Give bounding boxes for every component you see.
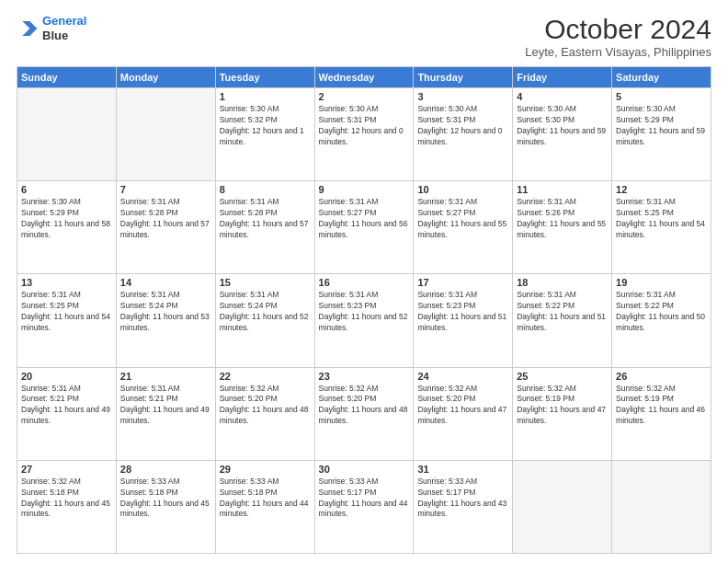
week-row-4: 20Sunrise: 5:31 AMSunset: 5:21 PMDayligh…: [17, 367, 711, 460]
cell-text: Sunrise: 5:31 AMSunset: 5:22 PMDaylight:…: [616, 290, 707, 334]
cell-text: Sunrise: 5:33 AMSunset: 5:18 PMDaylight:…: [120, 477, 211, 521]
cell-text: Sunrise: 5:31 AMSunset: 5:23 PMDaylight:…: [319, 290, 410, 334]
day-number: 14: [120, 277, 211, 288]
calendar-cell: 24Sunrise: 5:32 AMSunset: 5:20 PMDayligh…: [414, 367, 513, 460]
cell-text: Sunrise: 5:30 AMSunset: 5:32 PMDaylight:…: [220, 104, 311, 148]
day-number: 2: [319, 91, 410, 102]
cell-text: Sunrise: 5:33 AMSunset: 5:17 PMDaylight:…: [417, 477, 508, 521]
page: General Blue October 2024 Leyte, Eastern…: [0, 0, 728, 563]
location-title: Leyte, Eastern Visayas, Philippines: [525, 45, 711, 59]
calendar-cell: [513, 460, 612, 553]
cell-text: Sunrise: 5:32 AMSunset: 5:20 PMDaylight:…: [319, 384, 410, 428]
cell-text: Sunrise: 5:30 AMSunset: 5:31 PMDaylight:…: [417, 104, 508, 148]
day-number: 26: [616, 371, 707, 382]
calendar-cell: [612, 460, 711, 553]
calendar-cell: 21Sunrise: 5:31 AMSunset: 5:21 PMDayligh…: [116, 367, 215, 460]
weekday-header-monday: Monday: [116, 67, 215, 88]
cell-text: Sunrise: 5:31 AMSunset: 5:27 PMDaylight:…: [319, 197, 410, 241]
day-number: 16: [319, 277, 410, 288]
day-number: 7: [120, 184, 211, 195]
calendar-cell: 29Sunrise: 5:33 AMSunset: 5:18 PMDayligh…: [215, 460, 314, 553]
calendar-cell: 17Sunrise: 5:31 AMSunset: 5:23 PMDayligh…: [414, 274, 513, 367]
cell-text: Sunrise: 5:31 AMSunset: 5:25 PMDaylight:…: [21, 290, 112, 334]
calendar-cell: 26Sunrise: 5:32 AMSunset: 5:19 PMDayligh…: [612, 367, 711, 460]
day-number: 22: [220, 371, 311, 382]
calendar-cell: 15Sunrise: 5:31 AMSunset: 5:24 PMDayligh…: [215, 274, 314, 367]
calendar-cell: 28Sunrise: 5:33 AMSunset: 5:18 PMDayligh…: [116, 460, 215, 553]
day-number: 4: [517, 91, 608, 102]
calendar-table: SundayMondayTuesdayWednesdayThursdayFrid…: [17, 66, 711, 554]
calendar-cell: 11Sunrise: 5:31 AMSunset: 5:26 PMDayligh…: [513, 181, 612, 274]
cell-text: Sunrise: 5:31 AMSunset: 5:27 PMDaylight:…: [417, 197, 508, 241]
cell-text: Sunrise: 5:32 AMSunset: 5:20 PMDaylight:…: [417, 384, 508, 428]
cell-text: Sunrise: 5:30 AMSunset: 5:30 PMDaylight:…: [517, 104, 608, 148]
day-number: 27: [21, 464, 112, 475]
weekday-header-thursday: Thursday: [414, 67, 513, 88]
cell-text: Sunrise: 5:31 AMSunset: 5:21 PMDaylight:…: [21, 384, 112, 428]
day-number: 8: [220, 184, 311, 195]
day-number: 15: [220, 277, 311, 288]
cell-text: Sunrise: 5:32 AMSunset: 5:20 PMDaylight:…: [220, 384, 311, 428]
week-row-5: 27Sunrise: 5:32 AMSunset: 5:18 PMDayligh…: [17, 460, 711, 553]
day-number: 29: [220, 464, 311, 475]
day-number: 20: [21, 371, 112, 382]
cell-text: Sunrise: 5:30 AMSunset: 5:31 PMDaylight:…: [319, 104, 410, 148]
day-number: 23: [319, 371, 410, 382]
day-number: 12: [616, 184, 707, 195]
day-number: 19: [616, 277, 707, 288]
cell-text: Sunrise: 5:31 AMSunset: 5:22 PMDaylight:…: [517, 290, 608, 334]
week-row-2: 6Sunrise: 5:30 AMSunset: 5:29 PMDaylight…: [17, 181, 711, 274]
day-number: 25: [517, 371, 608, 382]
header: General Blue October 2024 Leyte, Eastern…: [17, 14, 711, 59]
weekday-header-saturday: Saturday: [612, 67, 711, 88]
svg-marker-0: [22, 21, 37, 36]
cell-text: Sunrise: 5:32 AMSunset: 5:19 PMDaylight:…: [616, 384, 707, 428]
cell-text: Sunrise: 5:30 AMSunset: 5:29 PMDaylight:…: [21, 197, 112, 241]
calendar-cell: 12Sunrise: 5:31 AMSunset: 5:25 PMDayligh…: [612, 181, 711, 274]
logo-text: General Blue: [42, 14, 86, 42]
day-number: 21: [120, 371, 211, 382]
day-number: 31: [417, 464, 508, 475]
day-number: 30: [319, 464, 410, 475]
calendar-cell: 4Sunrise: 5:30 AMSunset: 5:30 PMDaylight…: [513, 88, 612, 181]
calendar-cell: 20Sunrise: 5:31 AMSunset: 5:21 PMDayligh…: [17, 367, 117, 460]
day-number: 11: [517, 184, 608, 195]
calendar-cell: 10Sunrise: 5:31 AMSunset: 5:27 PMDayligh…: [414, 181, 513, 274]
day-number: 28: [120, 464, 211, 475]
calendar-cell: 22Sunrise: 5:32 AMSunset: 5:20 PMDayligh…: [215, 367, 314, 460]
day-number: 17: [417, 277, 508, 288]
calendar-cell: 2Sunrise: 5:30 AMSunset: 5:31 PMDaylight…: [314, 88, 414, 181]
logo: General Blue: [17, 14, 86, 42]
day-number: 1: [220, 91, 311, 102]
week-row-3: 13Sunrise: 5:31 AMSunset: 5:25 PMDayligh…: [17, 274, 711, 367]
calendar-cell: 14Sunrise: 5:31 AMSunset: 5:24 PMDayligh…: [116, 274, 215, 367]
calendar-cell: [116, 88, 215, 181]
calendar-cell: 5Sunrise: 5:30 AMSunset: 5:29 PMDaylight…: [612, 88, 711, 181]
cell-text: Sunrise: 5:30 AMSunset: 5:29 PMDaylight:…: [616, 104, 707, 148]
week-row-1: 1Sunrise: 5:30 AMSunset: 5:32 PMDaylight…: [17, 88, 711, 181]
day-number: 13: [21, 277, 112, 288]
calendar-cell: 16Sunrise: 5:31 AMSunset: 5:23 PMDayligh…: [314, 274, 414, 367]
calendar-cell: 6Sunrise: 5:30 AMSunset: 5:29 PMDaylight…: [17, 181, 117, 274]
cell-text: Sunrise: 5:31 AMSunset: 5:21 PMDaylight:…: [120, 384, 211, 428]
weekday-header-friday: Friday: [513, 67, 612, 88]
calendar-cell: 8Sunrise: 5:31 AMSunset: 5:28 PMDaylight…: [215, 181, 314, 274]
cell-text: Sunrise: 5:31 AMSunset: 5:28 PMDaylight:…: [120, 197, 211, 241]
weekday-header-sunday: Sunday: [17, 67, 117, 88]
calendar-cell: 23Sunrise: 5:32 AMSunset: 5:20 PMDayligh…: [314, 367, 414, 460]
cell-text: Sunrise: 5:31 AMSunset: 5:24 PMDaylight:…: [120, 290, 211, 334]
calendar-cell: 25Sunrise: 5:32 AMSunset: 5:19 PMDayligh…: [513, 367, 612, 460]
day-number: 6: [21, 184, 112, 195]
day-number: 5: [616, 91, 707, 102]
calendar-cell: 1Sunrise: 5:30 AMSunset: 5:32 PMDaylight…: [215, 88, 314, 181]
calendar-cell: 30Sunrise: 5:33 AMSunset: 5:17 PMDayligh…: [314, 460, 414, 553]
calendar-cell: 19Sunrise: 5:31 AMSunset: 5:22 PMDayligh…: [612, 274, 711, 367]
logo-icon: [17, 17, 39, 40]
calendar-cell: 27Sunrise: 5:32 AMSunset: 5:18 PMDayligh…: [17, 460, 117, 553]
day-number: 24: [417, 371, 508, 382]
calendar-cell: 9Sunrise: 5:31 AMSunset: 5:27 PMDaylight…: [314, 181, 414, 274]
cell-text: Sunrise: 5:31 AMSunset: 5:23 PMDaylight:…: [417, 290, 508, 334]
cell-text: Sunrise: 5:31 AMSunset: 5:24 PMDaylight:…: [220, 290, 311, 334]
day-number: 3: [417, 91, 508, 102]
cell-text: Sunrise: 5:33 AMSunset: 5:17 PMDaylight:…: [319, 477, 410, 521]
